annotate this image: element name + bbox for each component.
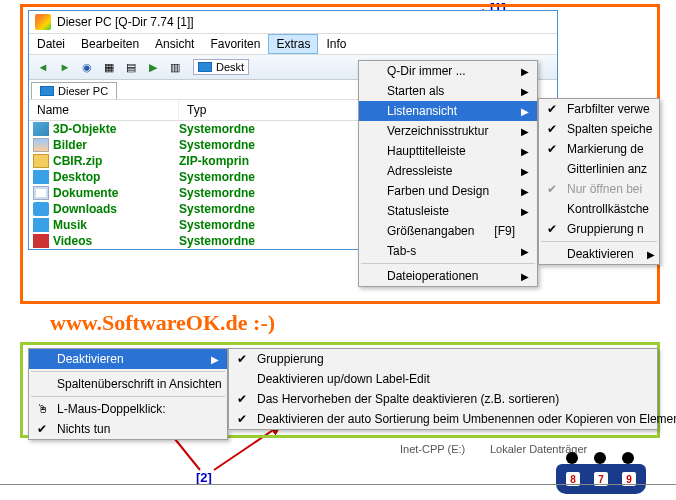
mi-sub-hervorheben[interactable]: ✔Das Hervorheben der Spalte deaktivieren…: [229, 389, 657, 409]
mi-lmaus[interactable]: 🖱L-Maus-Doppelklick:: [29, 399, 227, 419]
title-text: Dieser PC [Q-Dir 7.74 [1]]: [57, 15, 194, 29]
mi-gruppierung[interactable]: ✔Gruppierung n: [539, 219, 659, 239]
toolbar-btn[interactable]: ▥: [165, 57, 185, 77]
deaktivieren-submenu: ✔Gruppierung Deaktivieren up/down Label-…: [228, 348, 658, 430]
folder-downloads-icon: [33, 202, 49, 216]
menu-separator: [31, 396, 225, 397]
mi-spalten-speichern[interactable]: ✔Spalten speiche: [539, 119, 659, 139]
mi-kontrollkaestchen[interactable]: Kontrollkästche: [539, 199, 659, 219]
mi-haupttitelleiste[interactable]: Haupttitelleiste▶: [359, 141, 537, 161]
menu-separator: [31, 371, 225, 372]
listenansicht-submenu: ✔Farbfilter verwe ✔Spalten speiche ✔Mark…: [538, 98, 660, 265]
callout-2-label: [2]: [196, 470, 212, 485]
titlebar: Dieser PC [Q-Dir 7.74 [1]]: [29, 11, 557, 33]
menu-extras[interactable]: Extras: [268, 34, 318, 54]
folder-music-icon: [33, 218, 49, 232]
mi-nichts-tun[interactable]: ✔Nichts tun: [29, 419, 227, 439]
nav-button[interactable]: ◉: [77, 57, 97, 77]
folder-desktop-icon: [33, 170, 49, 184]
mi-dateioperationen[interactable]: Dateioperationen▶: [359, 266, 537, 286]
mi-verzeichnisstruktur[interactable]: Verzeichnisstruktur▶: [359, 121, 537, 141]
back-button[interactable]: ◄: [33, 57, 53, 77]
forward-button[interactable]: ►: [55, 57, 75, 77]
folder-pictures-icon: [33, 138, 49, 152]
watermark: www.SoftwareOK.de :-): [50, 310, 275, 336]
mi-listenansicht[interactable]: Listenansicht▶: [359, 101, 537, 121]
menu-ansicht[interactable]: Ansicht: [147, 34, 202, 54]
bottom-border: [0, 484, 676, 500]
mi-sub-updown[interactable]: Deaktivieren up/down Label-Edit: [229, 369, 657, 389]
mi-starten-als[interactable]: Starten als▶: [359, 81, 537, 101]
mi-adressleiste[interactable]: Adressleiste▶: [359, 161, 537, 181]
mi-sub-gruppierung[interactable]: ✔Gruppierung: [229, 349, 657, 369]
menu-bearbeiten[interactable]: Bearbeiten: [73, 34, 147, 54]
toolbar-btn[interactable]: ▤: [121, 57, 141, 77]
tab-dieser-pc[interactable]: Dieser PC: [31, 82, 117, 99]
mi-qdir-immer[interactable]: Q-Dir immer ...▶: [359, 61, 537, 81]
menubar: Datei Bearbeiten Ansicht Favoriten Extra…: [29, 33, 557, 54]
col-name[interactable]: Name: [29, 100, 179, 120]
mi-farben-design[interactable]: Farben und Design▶: [359, 181, 537, 201]
mi-statusleiste[interactable]: Statusleiste▶: [359, 201, 537, 221]
drive-name: Inet-CPP (E:): [400, 443, 465, 455]
zip-icon: [33, 154, 49, 168]
menu-datei[interactable]: Datei: [29, 34, 73, 54]
mouse-icon: 🖱: [37, 402, 49, 416]
address-bar[interactable]: Deskt: [193, 59, 249, 75]
toolbar-btn[interactable]: ▶: [143, 57, 163, 77]
desktop-icon: [198, 62, 212, 72]
folder-3d-icon: [33, 122, 49, 136]
menu-separator: [361, 263, 535, 264]
menu-separator: [541, 241, 657, 242]
folder-documents-icon: [33, 186, 49, 200]
pc-icon: [40, 86, 54, 96]
app-icon: [35, 14, 51, 30]
menu-favoriten[interactable]: Favoriten: [202, 34, 268, 54]
mi-spaltenueberschrift[interactable]: Spaltenüberschrift in Ansichten: [29, 374, 227, 394]
mi-nur-oeffnen: ✔Nur öffnen bei: [539, 179, 659, 199]
folder-videos-icon: [33, 234, 49, 248]
mi-gitterlinien[interactable]: Gitterlinien anz: [539, 159, 659, 179]
mi-deaktivieren-root[interactable]: Deaktivieren▶: [29, 349, 227, 369]
mi-groessenangaben[interactable]: Größenangaben[F9]: [359, 221, 537, 241]
mi-farbfilter[interactable]: ✔Farbfilter verwe: [539, 99, 659, 119]
mi-deaktivieren[interactable]: Deaktivieren▶: [539, 244, 659, 264]
mi-tabs[interactable]: Tab-s▶: [359, 241, 537, 261]
extras-menu: Q-Dir immer ...▶ Starten als▶ Listenansi…: [358, 60, 538, 287]
deaktivieren-menu: Deaktivieren▶ Spaltenüberschrift in Ansi…: [28, 348, 228, 440]
toolbar-btn[interactable]: ▦: [99, 57, 119, 77]
mi-sub-autosort[interactable]: ✔Deaktivieren der auto Sortierung beim U…: [229, 409, 657, 429]
mi-markierung[interactable]: ✔Markierung de: [539, 139, 659, 159]
menu-info[interactable]: Info: [318, 34, 354, 54]
